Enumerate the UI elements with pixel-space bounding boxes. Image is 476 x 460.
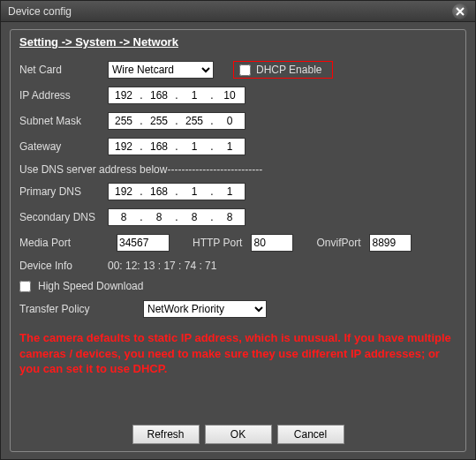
ip-octet-1[interactable] — [109, 89, 139, 102]
ip-octet-4[interactable] — [215, 89, 245, 102]
subnet-octet-2[interactable] — [144, 115, 174, 127]
high-speed-label: High Speed Download — [38, 280, 143, 292]
settings-panel: Setting -> System -> Network Net Card Wi… — [10, 29, 466, 452]
cancel-button[interactable]: Cancel — [277, 425, 344, 444]
http-port-input[interactable] — [251, 234, 293, 252]
breadcrumb: Setting -> System -> Network — [19, 35, 457, 49]
subnet-octet-4[interactable] — [215, 115, 245, 127]
secondary-dns-input[interactable]: . . . — [108, 208, 246, 226]
titlebar: Device config — [1, 1, 475, 22]
net-card-select[interactable]: Wire Netcard — [108, 61, 214, 79]
ip-address-input[interactable]: . . . — [108, 87, 246, 104]
device-info-label: Device Info — [19, 260, 108, 272]
dhcp-enable-box: DHCP Enable — [233, 61, 333, 79]
pdns-octet-1[interactable] — [109, 185, 139, 198]
gateway-octet-3[interactable] — [179, 140, 209, 153]
subnet-mask-label: Subnet Mask — [19, 115, 108, 127]
sdns-octet-1[interactable] — [109, 211, 139, 223]
http-port-label: HTTP Port — [193, 237, 242, 249]
button-row: Refresh OK Cancel — [11, 425, 465, 444]
ok-button[interactable]: OK — [205, 425, 272, 444]
gateway-octet-4[interactable] — [215, 140, 245, 153]
sdns-octet-3[interactable] — [179, 211, 209, 223]
onvif-port-label: OnvifPort — [316, 237, 360, 249]
dhcp-enable-checkbox[interactable] — [239, 64, 251, 76]
sdns-octet-2[interactable] — [144, 211, 174, 223]
primary-dns-input[interactable]: . . . — [108, 183, 246, 200]
onvif-port-input[interactable] — [369, 234, 412, 252]
ip-octet-2[interactable] — [144, 89, 174, 102]
high-speed-checkbox[interactable] — [19, 281, 31, 292]
transfer-policy-select[interactable]: NetWork Priority — [143, 300, 267, 318]
dhcp-enable-label: DHCP Enable — [256, 64, 321, 76]
gateway-label: Gateway — [19, 140, 108, 153]
close-icon — [456, 7, 465, 16]
gateway-input[interactable]: . . . — [108, 138, 246, 155]
ip-address-label: IP Address — [19, 89, 108, 102]
device-config-window: Device config Setting -> System -> Netwo… — [0, 0, 476, 460]
dns-section-label: Use DNS server address below------------… — [19, 163, 457, 176]
secondary-dns-label: Secondary DNS — [19, 211, 108, 223]
transfer-policy-label: Transfer Policy — [19, 303, 143, 315]
net-card-label: Net Card — [19, 64, 108, 76]
close-button[interactable] — [452, 4, 468, 19]
pdns-octet-2[interactable] — [144, 185, 174, 198]
subnet-octet-3[interactable] — [179, 115, 209, 127]
pdns-octet-3[interactable] — [179, 185, 209, 198]
subnet-octet-1[interactable] — [109, 115, 139, 127]
gateway-octet-2[interactable] — [144, 140, 174, 153]
ip-octet-3[interactable] — [179, 89, 209, 102]
window-title: Device config — [8, 5, 72, 18]
sdns-octet-4[interactable] — [215, 211, 245, 223]
pdns-octet-4[interactable] — [215, 185, 245, 198]
device-info-value: 00: 12: 13 : 17 : 74 : 71 — [108, 260, 216, 272]
media-port-input[interactable] — [117, 234, 170, 252]
primary-dns-label: Primary DNS — [19, 185, 108, 198]
subnet-mask-input[interactable]: . . . — [108, 112, 246, 130]
warning-note: The camera defaults to static IP address… — [19, 330, 457, 377]
media-port-label: Media Port — [19, 237, 108, 249]
gateway-octet-1[interactable] — [109, 140, 139, 153]
refresh-button[interactable]: Refresh — [132, 425, 200, 444]
